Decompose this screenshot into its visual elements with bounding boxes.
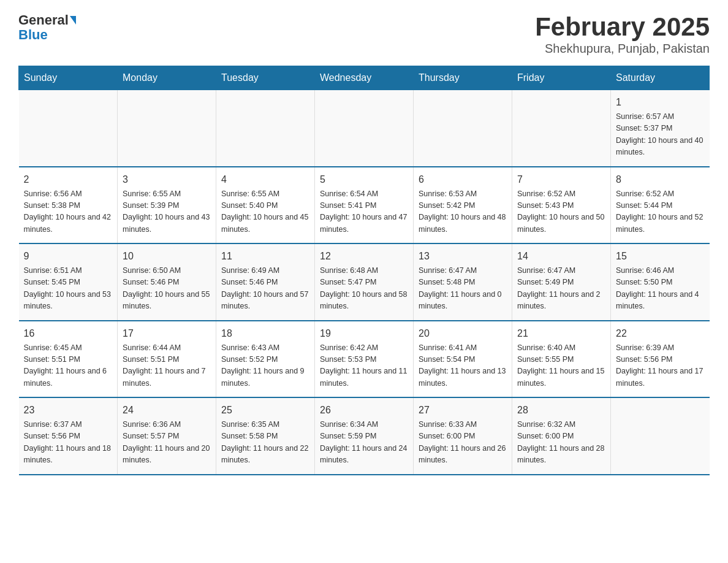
day-number: 1 xyxy=(616,95,705,110)
calendar-cell xyxy=(611,397,710,475)
day-number: 22 xyxy=(616,326,705,341)
day-number: 26 xyxy=(320,403,408,418)
calendar-cell: 9Sunrise: 6:51 AM Sunset: 5:45 PM Daylig… xyxy=(19,243,118,321)
calendar-cell: 6Sunrise: 6:53 AM Sunset: 5:42 PM Daylig… xyxy=(414,167,512,244)
calendar-cell: 13Sunrise: 6:47 AM Sunset: 5:48 PM Dayli… xyxy=(414,243,512,321)
day-info: Sunrise: 6:47 AM Sunset: 5:49 PM Dayligh… xyxy=(517,265,605,313)
day-number: 7 xyxy=(517,172,605,187)
calendar-cell xyxy=(19,90,118,167)
day-number: 24 xyxy=(123,403,211,418)
day-number: 3 xyxy=(123,172,211,187)
day-number: 18 xyxy=(221,326,309,341)
calendar-cell: 28Sunrise: 6:32 AM Sunset: 6:00 PM Dayli… xyxy=(512,397,611,475)
day-number: 14 xyxy=(517,249,605,264)
calendar-cell: 22Sunrise: 6:39 AM Sunset: 5:56 PM Dayli… xyxy=(611,321,710,398)
header-cell-wednesday: Wednesday xyxy=(315,66,414,90)
calendar-row: 9Sunrise: 6:51 AM Sunset: 5:45 PM Daylig… xyxy=(19,243,710,321)
calendar-cell xyxy=(315,90,414,167)
day-info: Sunrise: 6:56 AM Sunset: 5:38 PM Dayligh… xyxy=(24,188,113,236)
calendar-cell: 16Sunrise: 6:45 AM Sunset: 5:51 PM Dayli… xyxy=(19,321,118,398)
day-info: Sunrise: 6:57 AM Sunset: 5:37 PM Dayligh… xyxy=(616,111,705,159)
day-info: Sunrise: 6:43 AM Sunset: 5:52 PM Dayligh… xyxy=(221,342,309,390)
logo-blue-label: Blue xyxy=(18,27,48,43)
calendar-cell: 23Sunrise: 6:37 AM Sunset: 5:56 PM Dayli… xyxy=(19,397,118,475)
day-number: 6 xyxy=(419,172,507,187)
day-info: Sunrise: 6:37 AM Sunset: 5:56 PM Dayligh… xyxy=(24,419,113,467)
header-cell-thursday: Thursday xyxy=(414,66,512,90)
logo-triangle-icon xyxy=(70,16,76,25)
header-cell-saturday: Saturday xyxy=(611,66,710,90)
calendar-cell: 27Sunrise: 6:33 AM Sunset: 6:00 PM Dayli… xyxy=(414,397,512,475)
day-info: Sunrise: 6:52 AM Sunset: 5:44 PM Dayligh… xyxy=(616,188,705,236)
day-info: Sunrise: 6:36 AM Sunset: 5:57 PM Dayligh… xyxy=(123,419,211,467)
page-subtitle: Shekhupura, Punjab, Pakistan xyxy=(535,42,710,56)
day-info: Sunrise: 6:48 AM Sunset: 5:47 PM Dayligh… xyxy=(320,265,408,313)
day-number: 16 xyxy=(24,326,113,341)
day-info: Sunrise: 6:41 AM Sunset: 5:54 PM Dayligh… xyxy=(419,342,507,390)
calendar-row: 23Sunrise: 6:37 AM Sunset: 5:56 PM Dayli… xyxy=(19,397,710,475)
day-number: 5 xyxy=(320,172,408,187)
calendar-cell: 12Sunrise: 6:48 AM Sunset: 5:47 PM Dayli… xyxy=(315,243,414,321)
day-number: 4 xyxy=(221,172,309,187)
day-number: 21 xyxy=(517,326,605,341)
header-row: SundayMondayTuesdayWednesdayThursdayFrid… xyxy=(19,66,710,90)
calendar-row: 2Sunrise: 6:56 AM Sunset: 5:38 PM Daylig… xyxy=(19,167,710,244)
logo-general-label: General xyxy=(18,12,69,28)
calendar-cell: 7Sunrise: 6:52 AM Sunset: 5:43 PM Daylig… xyxy=(512,167,611,244)
calendar-cell: 20Sunrise: 6:41 AM Sunset: 5:54 PM Dayli… xyxy=(414,321,512,398)
calendar-cell: 14Sunrise: 6:47 AM Sunset: 5:49 PM Dayli… xyxy=(512,243,611,321)
day-info: Sunrise: 6:32 AM Sunset: 6:00 PM Dayligh… xyxy=(517,419,605,467)
day-number: 20 xyxy=(419,326,507,341)
calendar-cell: 19Sunrise: 6:42 AM Sunset: 5:53 PM Dayli… xyxy=(315,321,414,398)
day-number: 9 xyxy=(24,249,113,264)
day-number: 10 xyxy=(123,249,211,264)
day-number: 11 xyxy=(221,249,309,264)
calendar-cell: 8Sunrise: 6:52 AM Sunset: 5:44 PM Daylig… xyxy=(611,167,710,244)
day-info: Sunrise: 6:45 AM Sunset: 5:51 PM Dayligh… xyxy=(24,342,113,390)
day-info: Sunrise: 6:51 AM Sunset: 5:45 PM Dayligh… xyxy=(24,265,113,313)
day-info: Sunrise: 6:52 AM Sunset: 5:43 PM Dayligh… xyxy=(517,188,605,236)
calendar-cell xyxy=(216,90,315,167)
logo: General Blue xyxy=(18,12,76,43)
calendar-cell: 18Sunrise: 6:43 AM Sunset: 5:52 PM Dayli… xyxy=(216,321,315,398)
day-info: Sunrise: 6:42 AM Sunset: 5:53 PM Dayligh… xyxy=(320,342,408,390)
calendar-cell: 1Sunrise: 6:57 AM Sunset: 5:37 PM Daylig… xyxy=(611,90,710,167)
day-number: 12 xyxy=(320,249,408,264)
calendar-cell: 10Sunrise: 6:50 AM Sunset: 5:46 PM Dayli… xyxy=(118,243,216,321)
calendar-cell: 24Sunrise: 6:36 AM Sunset: 5:57 PM Dayli… xyxy=(118,397,216,475)
calendar-cell: 25Sunrise: 6:35 AM Sunset: 5:58 PM Dayli… xyxy=(216,397,315,475)
calendar-cell: 15Sunrise: 6:46 AM Sunset: 5:50 PM Dayli… xyxy=(611,243,710,321)
header-cell-sunday: Sunday xyxy=(19,66,118,90)
day-number: 19 xyxy=(320,326,408,341)
calendar-body: 1Sunrise: 6:57 AM Sunset: 5:37 PM Daylig… xyxy=(19,90,710,475)
calendar-row: 16Sunrise: 6:45 AM Sunset: 5:51 PM Dayli… xyxy=(19,321,710,398)
logo-general-text: General xyxy=(18,12,76,28)
calendar-cell: 21Sunrise: 6:40 AM Sunset: 5:55 PM Dayli… xyxy=(512,321,611,398)
day-number: 28 xyxy=(517,403,605,418)
calendar-cell xyxy=(118,90,216,167)
day-number: 15 xyxy=(616,249,705,264)
day-info: Sunrise: 6:35 AM Sunset: 5:58 PM Dayligh… xyxy=(221,419,309,467)
calendar-header: SundayMondayTuesdayWednesdayThursdayFrid… xyxy=(19,66,710,90)
calendar-cell: 4Sunrise: 6:55 AM Sunset: 5:40 PM Daylig… xyxy=(216,167,315,244)
header-cell-friday: Friday xyxy=(512,66,611,90)
day-number: 13 xyxy=(419,249,507,264)
day-number: 8 xyxy=(616,172,705,187)
calendar-table: SundayMondayTuesdayWednesdayThursdayFrid… xyxy=(18,66,710,475)
day-info: Sunrise: 6:50 AM Sunset: 5:46 PM Dayligh… xyxy=(123,265,211,313)
day-info: Sunrise: 6:40 AM Sunset: 5:55 PM Dayligh… xyxy=(517,342,605,390)
calendar-row: 1Sunrise: 6:57 AM Sunset: 5:37 PM Daylig… xyxy=(19,90,710,167)
title-block: February 2025 Shekhupura, Punjab, Pakist… xyxy=(535,12,710,56)
calendar-cell: 2Sunrise: 6:56 AM Sunset: 5:38 PM Daylig… xyxy=(19,167,118,244)
day-number: 17 xyxy=(123,326,211,341)
page-title: February 2025 xyxy=(535,12,710,42)
day-info: Sunrise: 6:39 AM Sunset: 5:56 PM Dayligh… xyxy=(616,342,705,390)
calendar-cell: 26Sunrise: 6:34 AM Sunset: 5:59 PM Dayli… xyxy=(315,397,414,475)
day-info: Sunrise: 6:54 AM Sunset: 5:41 PM Dayligh… xyxy=(320,188,408,236)
day-number: 27 xyxy=(419,403,507,418)
header-cell-monday: Monday xyxy=(118,66,216,90)
day-info: Sunrise: 6:46 AM Sunset: 5:50 PM Dayligh… xyxy=(616,265,705,313)
header-cell-tuesday: Tuesday xyxy=(216,66,315,90)
calendar-cell: 17Sunrise: 6:44 AM Sunset: 5:51 PM Dayli… xyxy=(118,321,216,398)
day-number: 23 xyxy=(24,403,113,418)
